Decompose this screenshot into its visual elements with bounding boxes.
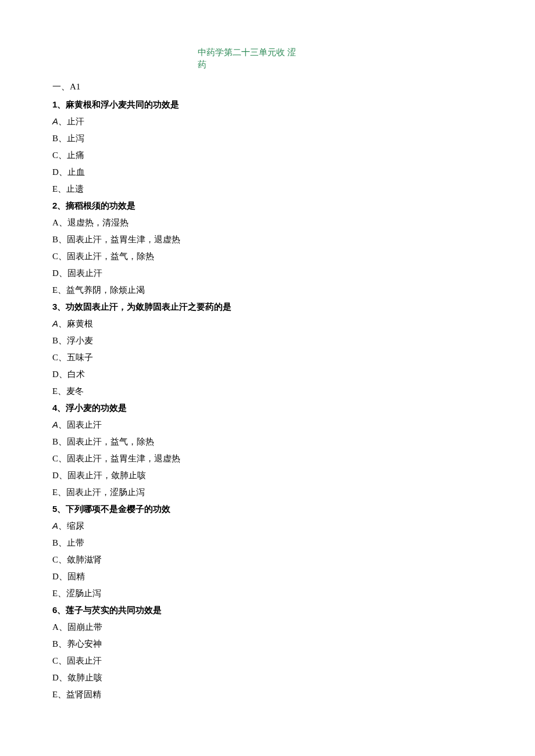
option-text: E、麦冬 xyxy=(52,386,483,397)
document-page: 中药学第二十三单元收 涩药 一、A1 1、麻黄根和浮小麦共同的功效是A、止汗B、… xyxy=(0,0,535,729)
option-rest: 、止汗 xyxy=(58,117,84,126)
question-text: 6、莲子与芡实的共同功效是 xyxy=(52,605,483,616)
option-text: D、固表止汗 xyxy=(52,268,483,279)
option-text: C、敛肺滋肾 xyxy=(52,554,483,565)
option-a-label: A xyxy=(52,116,58,126)
option-text: E、益气养阴，除烦止渴 xyxy=(52,285,483,296)
option-text: A、退虚热，清湿热 xyxy=(52,217,483,228)
option-text: E、止遗 xyxy=(52,184,483,195)
option-text: D、敛肺止咳 xyxy=(52,672,483,683)
option-text: C、固表止汗，益气，除热 xyxy=(52,251,483,262)
option-text: B、止带 xyxy=(52,538,483,549)
option-text: C、固表止汗 xyxy=(52,655,483,667)
questions-container: 1、麻黄根和浮小麦共同的功效是A、止汗B、止泻C、止痛D、止血E、止遗2、摘稻根… xyxy=(52,99,483,700)
section-label: 一、A1 xyxy=(52,81,483,92)
question-text: 2、摘稻根须的功效是 xyxy=(52,200,483,212)
option-rest: 、固表止汗 xyxy=(58,420,102,429)
option-text: A、止汗 xyxy=(52,116,483,127)
option-text: C、五味子 xyxy=(52,352,483,363)
option-text: B、浮小麦 xyxy=(52,335,483,346)
option-text: B、养心安神 xyxy=(52,639,483,650)
option-text: D、固表止汗，敛肺止咳 xyxy=(52,470,483,481)
option-text: D、止血 xyxy=(52,167,483,178)
option-text: A、固表止汗 xyxy=(52,420,483,431)
option-rest: 、麻黄根 xyxy=(58,319,93,328)
option-text: C、止痛 xyxy=(52,150,483,161)
option-a-label: A xyxy=(52,420,58,429)
option-text: D、固精 xyxy=(52,571,483,582)
question-text: 5、下列哪项不是金樱子的功效 xyxy=(52,504,483,515)
option-text: E、涩肠止泻 xyxy=(52,588,483,599)
option-a-label: A xyxy=(52,521,58,531)
option-text: A、麻黄根 xyxy=(52,318,483,329)
option-text: C、固表止汗，益胃生津，退虚热 xyxy=(52,453,483,464)
option-rest: 、缩尿 xyxy=(58,521,84,531)
question-text: 1、麻黄根和浮小麦共同的功效是 xyxy=(52,99,483,110)
question-text: 3、功效固表止汗，为敛肺固表止汗之要药的是 xyxy=(52,302,483,313)
option-text: A、固崩止带 xyxy=(52,622,483,633)
option-text: A、缩尿 xyxy=(52,521,483,532)
option-text: E、固表止汗，涩肠止泻 xyxy=(52,487,483,498)
option-text: B、固表止汗，益气，除热 xyxy=(52,436,483,447)
option-a-label: A xyxy=(52,318,58,328)
question-text: 4、浮小麦的功效是 xyxy=(52,403,483,414)
option-text: B、止泻 xyxy=(52,133,483,144)
option-text: B、固表止汗，益胃生津，退虚热 xyxy=(52,234,483,245)
option-text: E、益肾固精 xyxy=(52,689,483,700)
option-text: D、白术 xyxy=(52,369,483,380)
document-title: 中药学第二十三单元收 涩药 xyxy=(198,46,302,71)
